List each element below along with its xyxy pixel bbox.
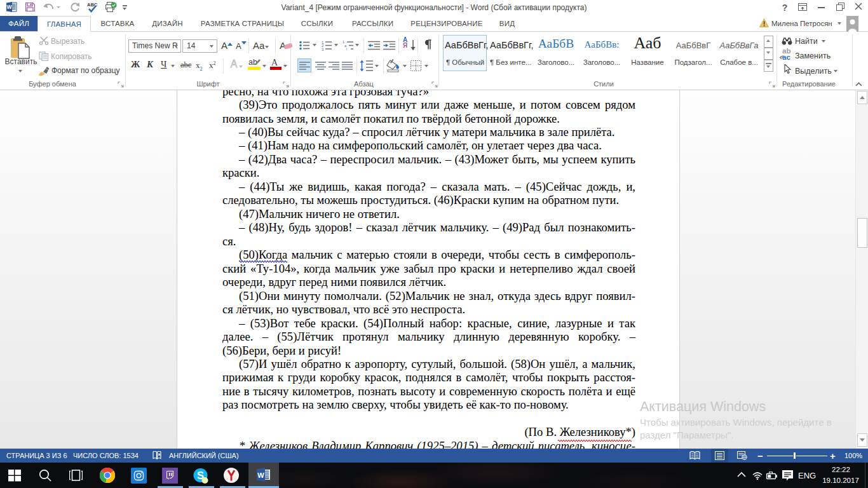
svg-text:i: i [346, 47, 347, 51]
svg-text:A: A [231, 58, 238, 69]
svg-text:?: ? [782, 3, 788, 13]
svg-text:3: 3 [322, 48, 324, 51]
svg-text:W: W [257, 471, 264, 479]
